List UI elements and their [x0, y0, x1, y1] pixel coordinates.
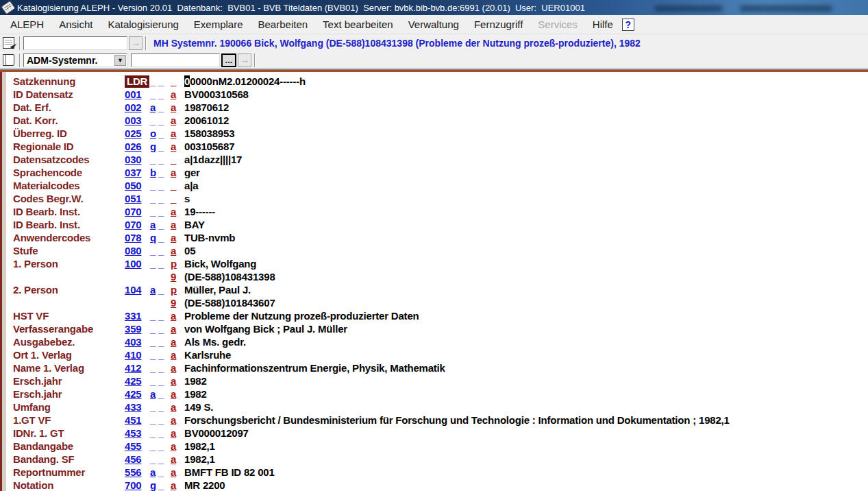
field-tag[interactable]: 410: [125, 348, 150, 361]
field-value[interactable]: Fachinformationszentrum Energie, Physik,…: [184, 361, 868, 374]
field-value[interactable]: MR 2200: [184, 479, 868, 491]
field-tag[interactable]: 425: [125, 387, 150, 400]
field-tag[interactable]: 037: [125, 166, 150, 179]
adm-number-input[interactable]: [131, 53, 220, 67]
record-row[interactable]: ID Bearb. Inst.070a_aBAY: [13, 218, 868, 231]
field-tag[interactable]: 003: [125, 114, 150, 127]
record-row[interactable]: Ausgabebez.403__aAls Ms. gedr.: [13, 335, 868, 348]
menu-item-verwaltung[interactable]: Verwaltung: [401, 16, 467, 32]
menu-item-text-bearbeiten[interactable]: Text bearbeiten: [315, 16, 401, 32]
menu-item-exemplare[interactable]: Exemplare: [186, 16, 251, 32]
menu-item-fernzugriff[interactable]: Fernzugriff: [467, 16, 530, 32]
field-value[interactable]: 19------: [184, 205, 868, 218]
menu-item-aleph[interactable]: ALEPH: [3, 16, 51, 32]
field-value[interactable]: 1982,1: [184, 453, 868, 466]
field-tag[interactable]: 556: [125, 466, 150, 479]
field-tag[interactable]: 078: [125, 231, 150, 244]
record-row[interactable]: Bandang. SF456__a1982,1: [13, 453, 868, 466]
field-tag[interactable]: 100: [125, 257, 150, 270]
field-tag[interactable]: 425: [125, 374, 150, 387]
record-row[interactable]: Name 1. Verlag412__aFachinformationszent…: [13, 361, 868, 374]
record-row[interactable]: Ersch.jahr425a_a1982: [13, 387, 868, 400]
field-value[interactable]: BV000310568: [184, 88, 868, 101]
field-value[interactable]: 003105687: [184, 140, 868, 153]
field-tag[interactable]: 002: [125, 101, 150, 114]
field-tag[interactable]: 453: [125, 427, 150, 440]
field-value[interactable]: von Wolfgang Bick ; Paul J. Müller: [184, 322, 868, 335]
field-value[interactable]: BMFT FB ID 82 001: [184, 466, 868, 479]
record-row[interactable]: Verfasserangabe359__avon Wolfgang Bick ;…: [13, 322, 868, 335]
field-value[interactable]: Probleme der Nutzung prozeß-produzierter…: [184, 309, 868, 322]
field-value[interactable]: a|a: [184, 179, 868, 192]
chevron-down-icon[interactable]: ▼: [114, 55, 126, 66]
field-tag[interactable]: 104: [125, 283, 150, 296]
menu-item-bearbeiten[interactable]: Bearbeiten: [251, 16, 316, 32]
record-row[interactable]: ID Datensatz001__aBV000310568: [13, 88, 868, 101]
record-row[interactable]: 9(DE-588)101843607: [13, 296, 868, 309]
field-value[interactable]: a|1dazz||||17: [184, 153, 868, 166]
field-tag[interactable]: 359: [125, 322, 150, 335]
field-value[interactable]: 149 S.: [184, 400, 868, 414]
record-row[interactable]: IDNr. 1. GT453__aBV000012097: [13, 427, 868, 440]
search-type-dropdown[interactable]: ADM-Systemnr. ▼: [23, 53, 127, 67]
record-book-icon[interactable]: [3, 54, 14, 66]
menu-item-services[interactable]: Services: [530, 16, 585, 32]
field-value[interactable]: Forschungsbericht / Bundesministerium fü…: [184, 414, 868, 427]
field-tag[interactable]: LDR: [125, 75, 149, 88]
record-row[interactable]: Anwendercodes078q_aTUB-nvmb: [13, 231, 868, 244]
field-tag[interactable]: 050: [125, 179, 150, 192]
record-row[interactable]: ID Bearb. Inst.070__a19------: [13, 205, 868, 218]
field-tag[interactable]: [125, 270, 150, 283]
field-value[interactable]: 19870612: [184, 101, 868, 114]
field-tag[interactable]: 456: [125, 453, 150, 466]
record-row[interactable]: 9(DE-588)108431398: [13, 270, 868, 283]
field-value[interactable]: 1982,1: [184, 440, 868, 453]
edit-record-icon[interactable]: [3, 37, 14, 49]
field-value[interactable]: (DE-588)108431398: [184, 270, 868, 283]
record-row[interactable]: Ort 1. Verlag410__aKarlsruhe: [13, 348, 868, 361]
field-value[interactable]: Karlsruhe: [184, 348, 868, 361]
record-row[interactable]: HST VF331__aProbleme der Nutzung prozeß-…: [13, 309, 868, 322]
field-value[interactable]: (DE-588)101843607: [184, 296, 868, 309]
field-tag[interactable]: 455: [125, 440, 150, 453]
record-row[interactable]: Regionale ID026g_a003105687: [13, 140, 868, 153]
record-row[interactable]: Bandangabe455__a1982,1: [13, 440, 868, 453]
field-value[interactable]: ger: [184, 166, 868, 179]
field-tag[interactable]: 451: [125, 414, 150, 427]
field-tag[interactable]: 331: [125, 309, 150, 322]
field-value[interactable]: s: [184, 192, 868, 205]
record-row[interactable]: 2. Person104a_pMüller, Paul J.: [13, 283, 868, 296]
go-arrow-button[interactable]: →: [129, 36, 142, 50]
record-row[interactable]: Stufe080__a05: [13, 244, 868, 257]
record-row[interactable]: Dat. Erf.002a_a19870612: [13, 101, 868, 114]
field-value[interactable]: BV000012097: [184, 427, 868, 440]
record-row[interactable]: Notation700g_aMR 2200: [13, 479, 868, 491]
field-tag[interactable]: 403: [125, 335, 150, 348]
record-row[interactable]: Dat. Korr.003__a20061012: [13, 114, 868, 127]
record-row[interactable]: Codes Begr.W.051___s: [13, 192, 868, 205]
record-row[interactable]: Überreg. ID025o_a158038953: [13, 127, 868, 140]
field-tag[interactable]: 025: [125, 127, 150, 140]
field-value[interactable]: 00000nM2.01200024------h: [184, 75, 868, 88]
field-tag[interactable]: 030: [125, 153, 150, 166]
record-row[interactable]: Materialcodes050___a|a: [13, 179, 868, 192]
menu-item-hilfe[interactable]: Hilfe: [585, 16, 621, 32]
field-value[interactable]: Als Ms. gedr.: [184, 335, 868, 348]
help-icon[interactable]: ?: [622, 19, 634, 31]
field-tag[interactable]: 070: [125, 205, 150, 218]
field-value[interactable]: TUB-nvmb: [184, 231, 868, 244]
record-row[interactable]: Datensatzcodes030___a|1dazz||||17: [13, 153, 868, 166]
field-tag[interactable]: [125, 296, 150, 309]
field-value[interactable]: 20061012: [184, 114, 868, 127]
field-value[interactable]: Bick, Wolfgang: [184, 257, 868, 270]
menu-item-katalogisierung[interactable]: Katalogisierung: [100, 16, 186, 32]
field-value[interactable]: 05: [184, 244, 868, 257]
record-search-input[interactable]: [23, 36, 127, 50]
record-row[interactable]: Ersch.jahr425__a1982: [13, 374, 868, 387]
record-row[interactable]: Umfang433__a149 S.: [13, 400, 868, 414]
field-value[interactable]: 158038953: [184, 127, 868, 140]
record-row[interactable]: Sprachencode037b_ager: [13, 166, 868, 179]
record-row[interactable]: 1. Person100__pBick, Wolfgang: [13, 257, 868, 270]
field-value[interactable]: 1982: [184, 374, 868, 387]
field-tag[interactable]: 700: [125, 479, 150, 491]
